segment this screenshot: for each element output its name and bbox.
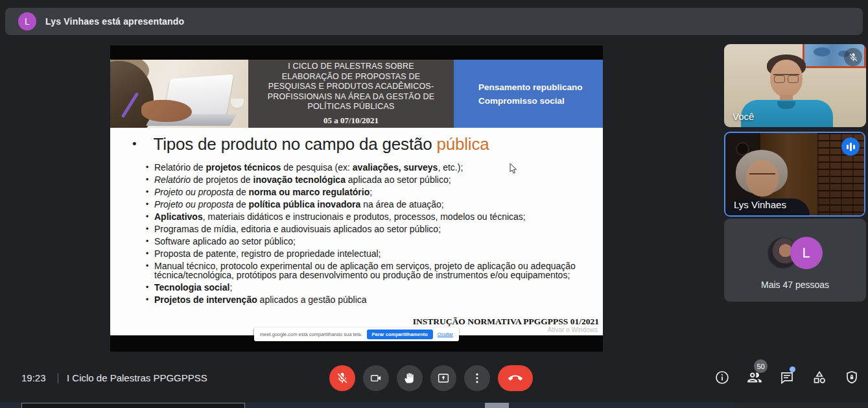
call-controls bbox=[329, 365, 533, 391]
stop-sharing-button[interactable]: Parar compartilhamento bbox=[367, 330, 433, 339]
end-call-icon bbox=[508, 371, 522, 385]
more-options-button[interactable] bbox=[464, 365, 490, 391]
share-bar-message: meet.google.com está compartilhando sua … bbox=[260, 331, 362, 337]
slide-header-photo bbox=[110, 60, 248, 128]
overflow-avatars: L bbox=[724, 238, 866, 269]
slide-bullet-item: Projeto ou proposta de norma ou marco re… bbox=[154, 187, 585, 197]
bottom-bar-divider bbox=[58, 373, 58, 383]
hide-share-bar-link[interactable]: Ocultar bbox=[438, 331, 453, 337]
presenter-avatar: L bbox=[18, 12, 36, 30]
clock-time: 19:23 bbox=[21, 372, 46, 383]
tile-label-you: Você bbox=[733, 111, 754, 122]
more-options-icon bbox=[471, 372, 484, 385]
chrome-share-bar: meet.google.com está compartilhando sua … bbox=[254, 328, 459, 341]
slide-bullet-item: Software aplicado ao setor público; bbox=[154, 237, 585, 246]
poster-map-shape bbox=[814, 47, 830, 56]
photo-hand bbox=[141, 100, 192, 122]
more-people-tile[interactable]: L Mais 47 pessoas bbox=[724, 219, 866, 302]
slide-header-band: I CICLO DE PALESTRAS SOBRE ELABORAÇÃO DE… bbox=[110, 60, 603, 128]
slide-event-title-box: I CICLO DE PALESTRAS SOBRE ELABORAÇÃO DE… bbox=[248, 60, 454, 128]
slide-motto-box: Pensamento republicano Compromisso socia… bbox=[454, 60, 603, 128]
windows-activation-watermark: Ativar o Windows bbox=[548, 326, 598, 333]
slide-bullet-list: Relatório de projetos técnicos de pesqui… bbox=[110, 163, 603, 304]
meeting-panels-icons bbox=[714, 369, 860, 386]
video-tile-lys-vinhaes[interactable]: Lys Vinhaes bbox=[724, 132, 865, 217]
presenting-banner: L Lys Vinhaes está apresentando bbox=[5, 8, 863, 35]
tile-label-lys-vinhaes: Lys Vinhaes bbox=[734, 199, 786, 210]
video-tile-you[interactable]: Você bbox=[724, 44, 866, 127]
mouse-cursor-icon bbox=[510, 163, 517, 174]
meeting-name: I Ciclo de Palestras PPGGPPSS bbox=[67, 372, 207, 383]
mic-off-icon bbox=[336, 372, 349, 385]
mic-toggle-button[interactable] bbox=[329, 365, 355, 391]
slide-bullet-item: Manual técnico, protocolo experimental o… bbox=[154, 261, 585, 280]
tile-mic-muted-indicator bbox=[844, 48, 862, 66]
presenting-banner-text: Lys Vinhaes está apresentando bbox=[45, 16, 184, 27]
slide-title-main: Tipos de produto no campo da gestão bbox=[153, 134, 436, 154]
background-window-strip-right bbox=[733, 402, 868, 408]
background-scrollbar-thumb bbox=[485, 403, 509, 408]
present-screen-button[interactable] bbox=[430, 365, 456, 391]
slide-bullet-item: Aplicativos, materiais didáticos e instr… bbox=[154, 212, 585, 221]
audio-speaking-indicator bbox=[841, 138, 860, 156]
activities-button[interactable] bbox=[811, 369, 828, 386]
camera-toggle-button[interactable] bbox=[363, 365, 389, 391]
host-controls-shield-icon bbox=[844, 370, 860, 385]
shared-screen-slide: I CICLO DE PALESTRAS SOBRE ELABORAÇÃO DE… bbox=[110, 45, 603, 352]
raise-hand-button[interactable] bbox=[397, 365, 423, 391]
activities-icon bbox=[812, 370, 827, 385]
slide-event-date: 05 a 07/10/2021 bbox=[323, 115, 379, 126]
background-window-edge bbox=[21, 403, 245, 408]
participant-letter-avatar: L bbox=[790, 237, 823, 269]
slide-body: Tipos de produto no campo da gestão públ… bbox=[110, 128, 603, 335]
slide-bullet-item: Relatório de projetos de inovação tecnol… bbox=[154, 175, 585, 184]
mic-off-icon bbox=[849, 53, 858, 62]
host-controls-button[interactable] bbox=[843, 369, 860, 386]
info-icon bbox=[714, 370, 730, 385]
slide-bullet-item: Tecnologia social; bbox=[154, 283, 585, 292]
slide-bullet-item: Projeto ou proposta de política pública … bbox=[154, 200, 585, 209]
photo-cup bbox=[231, 99, 244, 108]
slide-bullet-item: Relatório de projetos técnicos de pesqui… bbox=[154, 163, 585, 172]
more-people-label: Mais 47 pessoas bbox=[724, 280, 866, 290]
present-screen-icon bbox=[437, 372, 450, 385]
participant-glasses bbox=[773, 74, 799, 82]
slide-bullet-item: Projetos de intervenção aplicados a gest… bbox=[154, 295, 585, 304]
camera-icon bbox=[369, 372, 382, 385]
slide-title: Tipos de produto no campo da gestão públ… bbox=[132, 134, 603, 154]
meeting-details-button[interactable] bbox=[714, 369, 731, 386]
slide-motto-text: Pensamento republicano Compromisso socia… bbox=[478, 80, 583, 108]
slide-event-title: I CICLO DE PALESTRAS SOBRE ELABORAÇÃO DE… bbox=[268, 62, 435, 112]
chat-notification-dot bbox=[790, 366, 795, 372]
participants-count-badge: 50 bbox=[754, 359, 768, 373]
slide-footnote: INSTRUÇÃO NORMATIVA PPGGPPSS 01/2021 bbox=[413, 317, 599, 327]
slide-bullet-item: Programas de mídia, editoria e audiovisu… bbox=[154, 224, 585, 234]
meet-window: L Lys Vinhaes está apresentando I CICLO … bbox=[0, 0, 868, 408]
end-call-button[interactable] bbox=[498, 365, 533, 391]
slide-title-accent: pública bbox=[436, 134, 489, 154]
raise-hand-icon bbox=[403, 372, 416, 385]
slide-bullet-item: Proposta de patente, registro de proprie… bbox=[154, 249, 585, 258]
participant-glasses bbox=[749, 173, 775, 181]
